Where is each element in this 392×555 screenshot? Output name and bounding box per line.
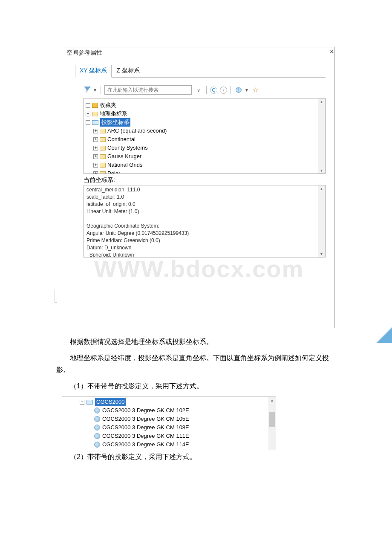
expand-icon[interactable]: + xyxy=(93,171,98,174)
spatial-ref-dialog: × 空间参考属性 XY 坐标系 Z 坐标系 ▼ ∨ Q ♀ ▼ xyxy=(62,47,334,328)
separator xyxy=(206,86,207,94)
expand-icon[interactable]: + xyxy=(93,154,98,159)
scrollbar[interactable]: ▴ ▾ xyxy=(318,185,325,257)
paragraph: 根据数据情况选择是地理坐标系或投影坐标系。 xyxy=(56,336,336,348)
tree-label: 收藏夹 xyxy=(100,101,116,110)
paragraph: （2）带带号的投影定义，采用下述方式。 xyxy=(56,453,392,462)
folder-icon xyxy=(100,154,106,159)
list-item[interactable]: CGCS2000 3 Degree GK CM 111E xyxy=(63,432,275,440)
tree-label: CGCS2000 3 Degree GK CM 114E xyxy=(102,440,189,449)
expand-icon[interactable]: + xyxy=(86,112,90,116)
tree-label: Gauss Kruger xyxy=(107,152,141,161)
tree-favorites[interactable]: + 收藏夹 xyxy=(86,101,323,110)
scroll-down-icon[interactable]: ▾ xyxy=(320,251,323,257)
globe-icon xyxy=(94,416,100,422)
scroll-up-icon[interactable]: ▴ xyxy=(320,98,323,105)
tree-polar[interactable]: + Polar xyxy=(86,169,323,174)
folder-icon xyxy=(100,129,106,133)
tree-geographic[interactable]: + 地理坐标系 xyxy=(86,110,323,118)
tab-xy-coord[interactable]: XY 坐标系 xyxy=(75,65,112,78)
tree-label-selected: CGCS2000 xyxy=(95,398,126,406)
scroll-down-icon[interactable]: ▾ xyxy=(320,167,323,173)
list-item[interactable]: CGCS2000 3 Degree GK CM 105E xyxy=(63,415,275,423)
tree-label: National Grids xyxy=(107,161,142,169)
filter-dropdown-icon[interactable]: ▼ xyxy=(93,88,97,92)
list-item[interactable]: CGCS2000 3 Degree GK CM 108E xyxy=(63,423,275,432)
folder-open-icon xyxy=(92,120,98,125)
folder-icon xyxy=(100,163,106,168)
tree-gauss[interactable]: + Gauss Kruger xyxy=(86,152,323,161)
tree-arc[interactable]: + ARC (equal arc-second) xyxy=(86,127,323,135)
favorites-folder-icon xyxy=(92,103,98,108)
expand-icon[interactable]: + xyxy=(86,103,90,108)
folder-icon xyxy=(100,146,106,150)
coord-tree: + 收藏夹 + 地理坐标系 − 投影坐标系 + xyxy=(84,98,326,174)
tree-label: County Systems xyxy=(107,144,148,152)
current-coord-label: 当前坐标系: xyxy=(84,176,326,184)
scroll-up-icon[interactable]: ▴ xyxy=(320,185,323,192)
globe-icon xyxy=(94,433,100,439)
page-edge-decoration xyxy=(55,290,57,303)
separator xyxy=(231,86,231,94)
tree-label: CGCS2000 3 Degree GK CM 111E xyxy=(102,432,189,440)
expand-icon[interactable]: + xyxy=(93,137,98,142)
paragraph: 地理坐标系是经纬度，投影坐标系是直角坐标。下面以直角坐标系为例阐述如何定义投影。 xyxy=(56,352,336,376)
tree-natgrids[interactable]: + National Grids xyxy=(86,161,323,169)
separator xyxy=(101,86,101,94)
tree-continental[interactable]: + Continental xyxy=(86,135,323,144)
watermark-text: WWW.bdocx.com xyxy=(72,255,326,283)
expand-icon[interactable]: + xyxy=(93,129,98,133)
list-item[interactable]: CGCS2000 3 Degree GK CM 114E xyxy=(63,440,275,449)
find-icon[interactable]: ♀ xyxy=(220,87,227,94)
expand-icon[interactable]: + xyxy=(93,146,98,150)
scrollbar[interactable]: ▴ xyxy=(268,397,276,450)
folder-open-icon xyxy=(86,400,93,405)
globe-icon[interactable] xyxy=(234,86,243,94)
globe-icon xyxy=(94,408,100,413)
tab-z-coord[interactable]: Z 坐标系 xyxy=(112,65,144,78)
tree-county[interactable]: + County Systems xyxy=(86,144,323,152)
collapse-icon[interactable]: − xyxy=(86,120,90,125)
tree-label: CGCS2000 3 Degree GK CM 108E xyxy=(102,423,189,432)
toolbar: ▼ ∨ Q ♀ ▼ ☆ xyxy=(84,85,326,95)
scroll-track[interactable] xyxy=(318,105,325,167)
tree-label: CGCS2000 3 Degree GK CM 102E xyxy=(102,406,189,415)
folder-icon xyxy=(100,171,106,174)
globe-icon xyxy=(94,425,100,431)
body-text: 根据数据情况选择是地理坐标系或投影坐标系。 地理坐标系是经纬度，投影坐标系是直角… xyxy=(56,336,336,392)
tabs: XY 坐标系 Z 坐标系 xyxy=(75,64,326,78)
tree-label-selected: 投影坐标系 xyxy=(100,118,130,127)
expand-icon[interactable]: + xyxy=(93,163,98,168)
coord-details: central_meridian: 111.0 scale_factor: 1.… xyxy=(84,185,326,257)
scroll-up-icon[interactable]: ▴ xyxy=(271,397,273,403)
tree-label: CGCS2000 3 Degree GK CM 105E xyxy=(102,415,189,423)
tree-projected[interactable]: − 投影坐标系 xyxy=(86,118,323,127)
collapse-icon[interactable]: − xyxy=(80,400,84,405)
globe-dropdown-icon[interactable]: ▼ xyxy=(245,88,249,92)
folder-icon xyxy=(92,112,98,116)
tree-label: ARC (equal arc-second) xyxy=(107,127,167,135)
tree-label: Polar xyxy=(107,169,120,174)
search-dropdown-icon[interactable]: ∨ xyxy=(194,86,203,94)
coord-details-text: central_meridian: 111.0 scale_factor: 1.… xyxy=(84,185,325,257)
paragraph: （1）不带带号的投影定义，采用下述方式。 xyxy=(56,380,336,392)
cgcs2000-tree: − CGCS2000 CGCS2000 3 Degree GK CM 102E … xyxy=(62,396,276,450)
dialog-title: 空间参考属性 xyxy=(62,47,334,58)
scroll-thumb[interactable] xyxy=(269,412,275,427)
globe-icon xyxy=(94,442,100,448)
folder-icon xyxy=(100,137,106,142)
scrollbar[interactable]: ▴ ▾ xyxy=(318,98,325,173)
close-icon[interactable]: × xyxy=(326,46,337,58)
list-item[interactable]: CGCS2000 3 Degree GK CM 102E xyxy=(63,406,275,415)
tree-label: Continental xyxy=(107,135,135,144)
scroll-track[interactable] xyxy=(318,192,325,251)
favorite-icon[interactable]: ☆ xyxy=(251,86,260,94)
search-icon[interactable]: Q xyxy=(210,87,217,94)
tree-root-cgcs2000[interactable]: − CGCS2000 xyxy=(63,398,275,406)
tree-label: 地理坐标系 xyxy=(100,110,127,118)
filter-icon[interactable] xyxy=(84,86,91,94)
page-curl-icon xyxy=(376,327,392,343)
search-input[interactable] xyxy=(104,85,192,95)
